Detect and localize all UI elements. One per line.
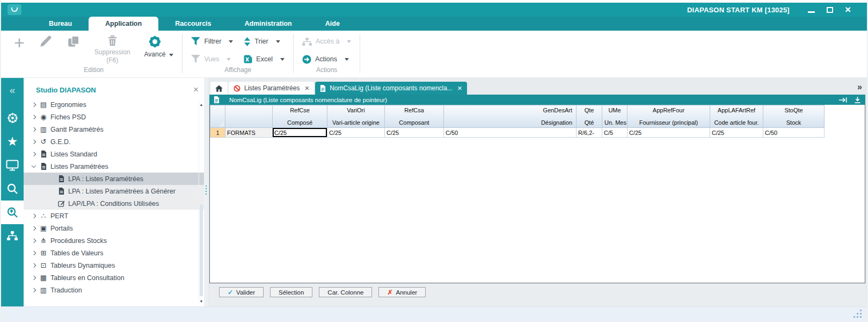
column-header-qte[interactable]: QteQté [577, 105, 602, 128]
actions-button[interactable]: Actions [302, 52, 351, 66]
download-icon[interactable] [854, 96, 861, 104]
views-button[interactable]: Vues [191, 52, 233, 66]
grid-cell[interactable]: C/5 [602, 128, 628, 138]
excel-button[interactable]: Excel [244, 52, 285, 66]
cell-editor-input[interactable] [273, 128, 327, 137]
menu-item-administration[interactable]: Administration [228, 17, 309, 31]
grid-cell[interactable]: C/25 [385, 128, 444, 138]
chevron-right-icon[interactable] [29, 116, 38, 119]
chevron-right-icon[interactable] [29, 128, 38, 131]
chevron-right-icon[interactable] [29, 264, 38, 267]
tree-item[interactable]: ◉Fiches PSD [24, 111, 204, 123]
close-icon[interactable]: × [304, 85, 309, 91]
tree-item[interactable]: ↺G.E.D. [24, 135, 204, 148]
chevron-down-icon[interactable] [169, 54, 173, 56]
explorer-search-icon[interactable] [1, 201, 24, 224]
tree-item[interactable]: ▣Portails [24, 222, 204, 234]
tree-item[interactable]: ▤Ergonomies [24, 98, 204, 111]
hierarchy-icon[interactable] [1, 224, 24, 248]
scrollbar-thumb[interactable] [200, 205, 203, 296]
column-header-appreffour[interactable]: AppRefFourFournisseur (principal) [628, 105, 710, 128]
panel-splitter[interactable] [204, 78, 208, 306]
chevron-right-icon[interactable] [29, 214, 38, 218]
tree-item[interactable]: ⊡Tableurs Dynamiques [24, 259, 204, 271]
column-header-ume[interactable]: UMeUn. Mes. [602, 105, 628, 128]
grid-cell[interactable]: C/25 [327, 128, 385, 138]
s-lection-button[interactable]: Sélection [270, 287, 312, 297]
chevron-down-icon[interactable] [29, 166, 38, 167]
desktop-icon[interactable] [1, 153, 24, 177]
resize-grip-icon[interactable] [860, 316, 862, 318]
chevron-right-icon[interactable] [29, 227, 38, 230]
tree-item[interactable]: Listes Standard [24, 148, 204, 160]
goto-button[interactable]: Accès à [302, 34, 351, 48]
column-header-variori[interactable]: VariOriVari-article origine [327, 105, 385, 128]
tab-overflow-icon[interactable]: » [857, 82, 861, 92]
column-header-blank[interactable] [225, 105, 273, 128]
menu-item-raccourcis[interactable]: Raccourcis [158, 17, 228, 31]
copy-button[interactable] [67, 34, 81, 48]
grid-cell[interactable]: C/50 [444, 128, 577, 138]
minimize-icon[interactable] [808, 11, 815, 13]
tree-item[interactable]: ∴PERT [24, 210, 204, 222]
column-header-gendesart[interactable]: GenDesArtDésignation [444, 105, 577, 128]
column-header-refcse[interactable]: RefCseComposé [273, 105, 327, 128]
chevron-right-icon[interactable] [29, 103, 38, 106]
chevron-right-icon[interactable] [29, 289, 38, 292]
grid-cell[interactable]: C/50 [763, 128, 825, 138]
chevron-right-icon[interactable] [29, 239, 38, 242]
chevron-right-icon[interactable] [29, 252, 38, 255]
tree-scrollbar[interactable]: ▲ ▼ [199, 102, 203, 303]
home-tab[interactable] [210, 82, 228, 95]
grid-cell[interactable]: C/25 [628, 128, 710, 138]
column-header-stoqte[interactable]: StoQteStock [763, 105, 825, 128]
column-header-applafartref[interactable]: AppLAFArtRefCode article four. [710, 105, 763, 128]
settings-wheel-icon[interactable] [1, 106, 24, 130]
close-icon[interactable]: × [845, 6, 851, 13]
tree-item[interactable]: Listes Paramétrées [24, 160, 204, 173]
tree-item[interactable]: LPA : Listes Paramétrées à Générer [24, 185, 204, 197]
grid-corner-cell[interactable] [210, 105, 225, 128]
row-number-cell[interactable]: 1 [210, 128, 225, 138]
menu-item-aide[interactable]: Aide [309, 17, 356, 31]
filter-button[interactable]: Filtrer [191, 34, 233, 48]
chevron-right-icon[interactable] [29, 153, 38, 156]
close-icon[interactable]: × [193, 86, 199, 94]
tree-item[interactable]: ▥Gantt Paramétrés [24, 123, 204, 135]
scroll-down-icon[interactable]: ▼ [199, 299, 203, 303]
tree-item-label: Tableurs Dynamiques [50, 262, 115, 269]
tree-item[interactable]: ⋔Procédures Stocks [24, 234, 204, 247]
menu-item-bureau[interactable]: Bureau [32, 17, 89, 31]
close-icon[interactable]: × [457, 85, 462, 91]
scroll-to-end-icon[interactable] [838, 97, 848, 103]
grid-cell[interactable]: C/25 [710, 128, 763, 138]
menu-item-application[interactable]: Application [89, 17, 158, 31]
favorites-star-icon[interactable]: ★ [1, 130, 24, 153]
delete-button[interactable]: Suppression(F6) [94, 34, 130, 65]
chevron-right-icon[interactable] [29, 276, 38, 280]
advanced-button[interactable]: Avancé [144, 34, 166, 59]
editing-cell[interactable] [273, 128, 327, 138]
tree-item[interactable]: ⊞Tables de Valeurs [24, 247, 204, 259]
search-icon[interactable] [1, 177, 24, 201]
car-colonne-button[interactable]: Car. Colonne [319, 287, 372, 297]
maximize-icon[interactable] [827, 7, 833, 13]
tree-item[interactable]: ▦Tableurs en Consultation [24, 271, 204, 284]
sort-button[interactable]: Trier [244, 34, 285, 48]
edit-button[interactable] [39, 34, 53, 48]
tree-item[interactable]: ▥Traduction [24, 284, 204, 296]
stocks-icon: ⋔ [38, 237, 49, 245]
column-header-refcsa[interactable]: RefCsaComposant [385, 105, 444, 128]
valider-button[interactable]: ✓Valider [219, 287, 264, 297]
tab[interactable]: Listes Paramétrées× [229, 82, 314, 95]
tree-item[interactable]: LPA : Listes Paramétrées [24, 173, 204, 185]
add-button[interactable]: + [14, 34, 25, 51]
annuler-button[interactable]: ✗Annuler [378, 287, 426, 297]
grid-cell[interactable]: R/6,2- [577, 128, 602, 138]
tree-item[interactable]: LAP/LPA : Conditions Utilisées [24, 197, 204, 210]
row-name-cell[interactable]: FORMATS [225, 128, 273, 138]
scroll-up-icon[interactable]: ▲ [199, 103, 203, 106]
collapse-sidebar-icon[interactable]: « [10, 84, 16, 96]
chevron-right-icon[interactable] [29, 140, 38, 144]
tab[interactable]: NomCsaLig (Liste composants nomencla...× [315, 82, 467, 95]
